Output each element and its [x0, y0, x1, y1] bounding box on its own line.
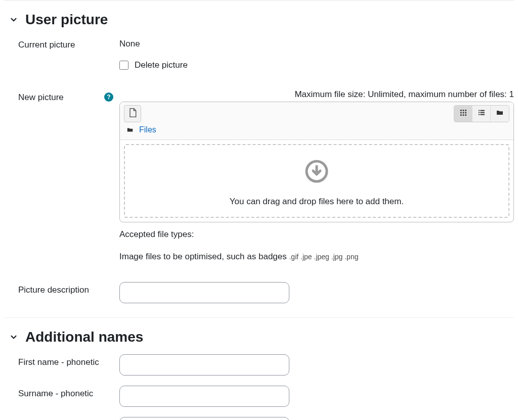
value-current-picture: None [119, 37, 514, 49]
picture-description-input[interactable] [119, 282, 289, 303]
section-header-additional-names[interactable]: Additional names [4, 318, 514, 349]
svg-rect-5 [465, 112, 466, 114]
section-header-user-picture[interactable]: User picture [4, 1, 514, 32]
file-dropzone[interactable]: You can drag and drop files here to add … [124, 144, 509, 218]
label-new-picture: New picture [18, 92, 64, 103]
svg-rect-3 [460, 112, 462, 114]
file-max-hint: Maximum file size: Unlimited, maximum nu… [119, 89, 514, 100]
middle-name-input[interactable] [119, 417, 289, 420]
surname-phonetic-input[interactable] [119, 386, 289, 407]
label-picture-description: Picture description [4, 282, 119, 303]
delete-picture-row[interactable]: Delete picture [119, 60, 514, 70]
label-middle-name: Middle name [4, 417, 119, 420]
add-file-button[interactable] [124, 105, 141, 122]
folder-mini-icon [126, 126, 134, 133]
label-surname-phonetic: Surname - phonetic [4, 386, 119, 407]
section-title-additional-names: Additional names [25, 329, 143, 345]
chevron-down-icon [9, 15, 18, 24]
file-picker: Files You can drag and drop files here t… [119, 102, 514, 222]
svg-rect-14 [480, 114, 485, 115]
help-icon[interactable]: ? [104, 92, 113, 102]
svg-rect-0 [460, 110, 462, 111]
svg-rect-8 [465, 114, 466, 116]
svg-rect-2 [465, 110, 466, 111]
svg-rect-9 [479, 110, 480, 111]
svg-rect-7 [462, 114, 464, 116]
svg-rect-13 [479, 114, 480, 115]
download-arrow-icon [305, 159, 329, 185]
svg-rect-1 [462, 110, 464, 111]
svg-rect-12 [480, 112, 485, 113]
svg-rect-6 [460, 114, 462, 116]
first-name-phonetic-input[interactable] [119, 354, 289, 376]
grid-icon [459, 109, 467, 119]
label-first-name-phonetic: First name - phonetic [4, 354, 119, 376]
svg-rect-4 [462, 112, 464, 114]
view-list-button[interactable] [472, 106, 491, 122]
svg-rect-10 [480, 110, 485, 111]
accepted-types-desc: Image files to be optimised, such as bad… [119, 252, 514, 262]
chevron-down-icon [9, 333, 18, 342]
folder-icon [496, 109, 504, 119]
section-title-user-picture: User picture [25, 12, 108, 28]
file-icon [127, 108, 138, 120]
delete-picture-checkbox[interactable] [119, 61, 128, 70]
delete-picture-label: Delete picture [135, 60, 188, 70]
accepted-types-label: Accepted file types: [119, 229, 514, 240]
view-grid-button[interactable] [454, 106, 472, 122]
files-path-link[interactable]: Files [139, 125, 156, 134]
view-tree-button[interactable] [491, 106, 509, 122]
svg-rect-11 [479, 112, 480, 113]
dropzone-text: You can drag and drop files here to add … [230, 197, 404, 207]
label-current-picture: Current picture [4, 37, 119, 50]
list-icon [478, 109, 486, 119]
